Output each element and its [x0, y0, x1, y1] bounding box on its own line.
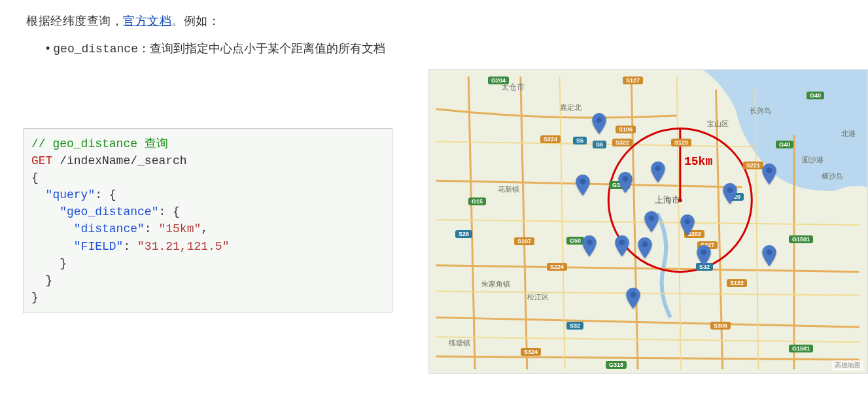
official-docs-link[interactable]: 官方文档	[123, 14, 171, 27]
map-pin-icon	[644, 211, 659, 232]
svg-point-7	[655, 165, 661, 171]
place-zhujiajiao: 朱家角镇	[481, 279, 510, 289]
code-http-method: GET	[31, 154, 52, 167]
radius-label: 15km	[684, 155, 712, 168]
map-pin-icon	[638, 237, 652, 258]
intro-paragraph: 根据经纬度查询，官方文档。例如：	[26, 13, 868, 29]
code-comment: // geo_distance 查询	[31, 137, 168, 150]
badge-g15: G15	[468, 197, 486, 205]
badge-g1501b: G1501	[789, 345, 813, 352]
badge-g40a: G40	[807, 92, 824, 99]
place-huaxin: 花新镇	[498, 184, 519, 194]
bullet-code-term: geo_distance：	[53, 43, 150, 56]
code-path: /indexName/_search	[52, 154, 186, 167]
badge-s6: S6	[593, 141, 606, 148]
badge-s5: S5	[573, 137, 587, 145]
bullet-desc: 查询到指定中心点小于某个距离值的所有文档	[150, 42, 385, 55]
badge-g1501a: G1501	[789, 235, 813, 243]
badge-s128: S128	[671, 139, 691, 146]
badge-s306: S306	[710, 322, 731, 330]
badge-s324: S324	[521, 348, 541, 356]
map-pin-icon	[680, 214, 695, 235]
map-pin-icon	[576, 175, 590, 196]
map-pin-icon	[618, 172, 633, 193]
svg-point-4	[597, 117, 602, 123]
map-pin-icon	[651, 162, 665, 182]
svg-point-6	[580, 179, 586, 184]
place-beigang: 北港	[841, 129, 856, 139]
code-block-geo-distance: // geo_distance 查询 GET /indexName/_searc…	[23, 128, 392, 313]
svg-point-14	[701, 249, 707, 255]
svg-point-13	[587, 239, 593, 245]
intro-prefix: 根据经纬度查询，	[26, 14, 123, 27]
svg-point-12	[642, 241, 648, 247]
badge-s322: S322	[612, 139, 633, 146]
map-pin-icon	[615, 235, 629, 256]
map-attribution: 高德地图	[832, 360, 863, 371]
badge-g50: G50	[566, 237, 584, 245]
svg-point-16	[631, 292, 636, 298]
bullet-list: geo_distance：查询到指定中心点小于某个距离值的所有文档	[46, 41, 868, 56]
place-jiadingbei: 嘉定北	[560, 103, 582, 112]
map-pin-icon	[723, 183, 737, 204]
city-label-shanghai: 上海市	[655, 194, 680, 206]
badge-s224b: S224	[547, 263, 567, 271]
badge-s122: S122	[727, 279, 747, 287]
badge-g204: G204	[488, 77, 509, 84]
svg-point-9	[649, 215, 655, 221]
place-yuanshagang: 圆沙港	[802, 155, 824, 165]
bullet-item-geo-distance: geo_distance：查询到指定中心点小于某个距离值的所有文档	[46, 41, 868, 56]
svg-point-17	[767, 167, 773, 173]
map-pin-icon	[592, 113, 606, 134]
svg-point-5	[623, 176, 629, 182]
badge-s221: S221	[743, 162, 763, 169]
map-pin-icon	[762, 163, 776, 184]
badge-s107: S107	[514, 237, 534, 245]
map-pin-icon	[582, 235, 597, 256]
badge-s224: S224	[540, 135, 561, 143]
badge-g40b: G40	[776, 141, 793, 148]
place-songjiang: 松江区	[527, 292, 549, 302]
place-liantang: 练塘镇	[449, 338, 470, 348]
place-hengshadao: 横沙岛	[822, 171, 843, 181]
badge-s106: S106	[616, 126, 636, 133]
map-pin-icon	[626, 288, 640, 309]
badge-s127: S127	[623, 77, 643, 84]
badge-g318: G318	[606, 361, 627, 369]
svg-point-10	[685, 218, 691, 224]
svg-point-15	[767, 249, 773, 255]
svg-point-11	[619, 239, 625, 245]
badge-s26: S26	[455, 230, 472, 238]
svg-point-8	[727, 187, 733, 193]
map-pin-icon	[697, 245, 711, 266]
place-baoshan: 宝山区	[707, 119, 729, 129]
place-changxingdao: 长兴岛	[750, 106, 771, 116]
badge-s32b: S32	[566, 322, 583, 330]
map-illustration: 15km 上海市 长兴岛 北港 圆沙港 横沙岛 太仓市 花新镇 练塘镇 朱家角镇…	[428, 69, 868, 374]
map-pin-icon	[762, 245, 776, 266]
intro-suffix: 。例如：	[171, 14, 220, 27]
